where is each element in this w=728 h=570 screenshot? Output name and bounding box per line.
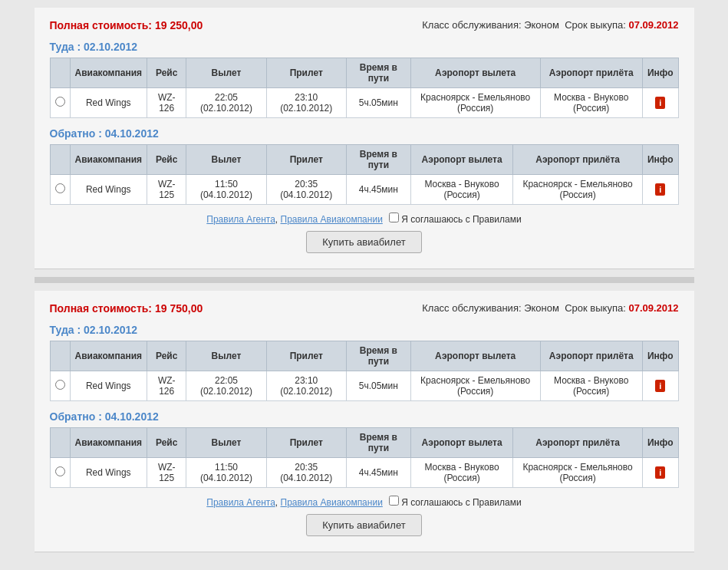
total-price: Полная стоимость: 19 250,00 xyxy=(50,19,203,31)
row-select-cell xyxy=(50,371,70,401)
col-select xyxy=(50,341,70,371)
col-header-4: Время в пути xyxy=(346,428,410,458)
block-header: Полная стоимость: 19 750,00Класс обслужи… xyxy=(50,302,679,315)
table-row: Red WingsWZ-12511:50 (04.10.2012)20:35 (… xyxy=(50,175,678,205)
arr-airport-cell: Красноярск - Емельяново (Россия) xyxy=(513,175,643,205)
arr-airport-cell: Красноярск - Емельяново (Россия) xyxy=(513,458,643,488)
col-header-5: Аэропорт вылета xyxy=(410,145,512,175)
col-header-4: Время в пути xyxy=(346,58,410,88)
flight-table-back-2: АвиакомпанияРейсВылетПрилетВремя в путиА… xyxy=(50,427,679,488)
arrival-cell: 20:35 (04.10.2012) xyxy=(266,175,346,205)
total-price: Полная стоимость: 19 750,00 xyxy=(50,302,203,315)
col-header-6: Аэропорт прилёта xyxy=(513,428,643,458)
flight-table-there-1: АвиакомпанияРейсВылетПрилетВремя в путиА… xyxy=(50,58,679,118)
airline-cell: Red Wings xyxy=(70,88,147,118)
expiry-label: Срок выкупа: xyxy=(565,19,626,31)
rules-agent-link[interactable]: Правила Агента xyxy=(206,214,275,225)
col-select xyxy=(50,428,70,458)
airline-cell: Red Wings xyxy=(70,175,147,205)
info-button[interactable]: i xyxy=(655,466,665,479)
col-header-0: Авиакомпания xyxy=(70,341,147,371)
col-header-7: Инфо xyxy=(642,145,678,175)
rules-airline-link[interactable]: Правила Авиакомпании xyxy=(281,214,383,225)
col-header-7: Инфо xyxy=(642,58,678,88)
ticket-block-1: Полная стоимость: 19 250,00Класс обслужи… xyxy=(35,8,694,269)
info-button[interactable]: i xyxy=(655,380,665,392)
duration-cell: 4ч.45мин xyxy=(346,175,410,205)
block-separator xyxy=(35,277,694,283)
col-header-2: Вылет xyxy=(186,341,266,371)
info-button[interactable]: i xyxy=(655,183,665,196)
col-header-6: Аэропорт прилёта xyxy=(540,58,642,88)
col-header-7: Инфо xyxy=(642,341,678,371)
flight-cell: WZ-126 xyxy=(147,88,186,118)
flight-table-back-1: АвиакомпанияРейсВылетПрилетВремя в путиА… xyxy=(50,144,679,205)
there-label: Туда : 02.10.2012 xyxy=(50,41,679,53)
col-select xyxy=(50,145,70,175)
arr-airport-cell: Москва - Внуково (Россия) xyxy=(540,371,642,401)
flight-cell: WZ-125 xyxy=(147,458,186,488)
buy-button-line: Купить авиабилет xyxy=(50,514,679,536)
col-header-5: Аэропорт вылета xyxy=(410,58,540,88)
flight-cell: WZ-126 xyxy=(147,371,186,401)
flight-radio[interactable] xyxy=(55,183,65,193)
dep-airport-cell: Красноярск - Емельяново (Россия) xyxy=(410,88,540,118)
col-header-5: Аэропорт вылета xyxy=(410,428,512,458)
service-class-label: Класс обслуживания: xyxy=(422,19,521,31)
arrival-cell: 23:10 (02.10.2012) xyxy=(266,371,346,401)
flight-radio[interactable] xyxy=(55,380,65,390)
expiry-value: 07.09.2012 xyxy=(628,302,678,314)
table-row: Red WingsWZ-12622:05 (02.10.2012)23:10 (… xyxy=(50,371,678,401)
col-header-6: Аэропорт прилёта xyxy=(540,341,642,371)
rules-airline-link[interactable]: Правила Авиакомпании xyxy=(281,497,383,508)
col-header-3: Прилет xyxy=(266,341,346,371)
col-header-3: Прилет xyxy=(266,428,346,458)
back-label: Обратно : 04.10.2012 xyxy=(50,127,679,140)
flight-cell: WZ-125 xyxy=(147,175,186,205)
duration-cell: 5ч.05мин xyxy=(346,371,410,401)
col-header-1: Рейс xyxy=(147,428,186,458)
ticket-block-2: Полная стоимость: 19 750,00Класс обслужи… xyxy=(35,291,694,552)
info-cell: i xyxy=(642,175,678,205)
col-select xyxy=(50,58,70,88)
arrival-cell: 20:35 (04.10.2012) xyxy=(266,458,346,488)
col-header-2: Вылет xyxy=(186,428,266,458)
agree-label: Я соглашаюсь с Правилами xyxy=(399,214,522,225)
flight-table-there-2: АвиакомпанияРейсВылетПрилетВремя в путиА… xyxy=(50,341,679,401)
flight-radio[interactable] xyxy=(55,97,65,107)
info-cell: i xyxy=(642,371,678,401)
row-select-cell xyxy=(50,175,70,205)
departure-cell: 22:05 (02.10.2012) xyxy=(186,88,266,118)
agree-checkbox[interactable] xyxy=(389,496,399,506)
buy-button[interactable]: Купить авиабилет xyxy=(306,514,421,536)
col-header-0: Авиакомпания xyxy=(70,428,147,458)
col-header-6: Аэропорт прилёта xyxy=(513,145,643,175)
duration-cell: 4ч.45мин xyxy=(346,458,410,488)
info-cell: i xyxy=(642,88,678,118)
rules-line: Правила Агента, Правила Авиакомпании Я с… xyxy=(50,213,679,225)
col-header-3: Прилет xyxy=(266,145,346,175)
col-header-1: Рейс xyxy=(147,58,186,88)
agree-label: Я соглашаюсь с Правилами xyxy=(399,497,522,508)
col-header-3: Прилет xyxy=(266,58,346,88)
departure-cell: 11:50 (04.10.2012) xyxy=(186,458,266,488)
back-label: Обратно : 04.10.2012 xyxy=(50,410,679,423)
dep-airport-cell: Красноярск - Емельяново (Россия) xyxy=(410,371,540,401)
departure-cell: 22:05 (02.10.2012) xyxy=(186,371,266,401)
dep-airport-cell: Москва - Внуково (Россия) xyxy=(410,458,512,488)
rules-agent-link[interactable]: Правила Агента xyxy=(206,497,275,508)
info-button[interactable]: i xyxy=(655,97,665,109)
col-header-5: Аэропорт вылета xyxy=(410,341,540,371)
expiry-value: 07.09.2012 xyxy=(628,19,678,31)
col-header-7: Инфо xyxy=(642,428,678,458)
row-select-cell xyxy=(50,88,70,118)
duration-cell: 5ч.05мин xyxy=(346,88,410,118)
agree-checkbox[interactable] xyxy=(389,213,399,222)
flight-radio[interactable] xyxy=(55,466,65,476)
service-info: Класс обслуживания: Эконом Срок выкупа: … xyxy=(422,19,678,31)
buy-button[interactable]: Купить авиабилет xyxy=(306,231,421,253)
table-row: Red WingsWZ-12622:05 (02.10.2012)23:10 (… xyxy=(50,88,678,118)
service-info: Класс обслуживания: Эконом Срок выкупа: … xyxy=(422,302,678,314)
buy-button-line: Купить авиабилет xyxy=(50,231,679,253)
service-class-label: Класс обслуживания: xyxy=(422,302,521,314)
